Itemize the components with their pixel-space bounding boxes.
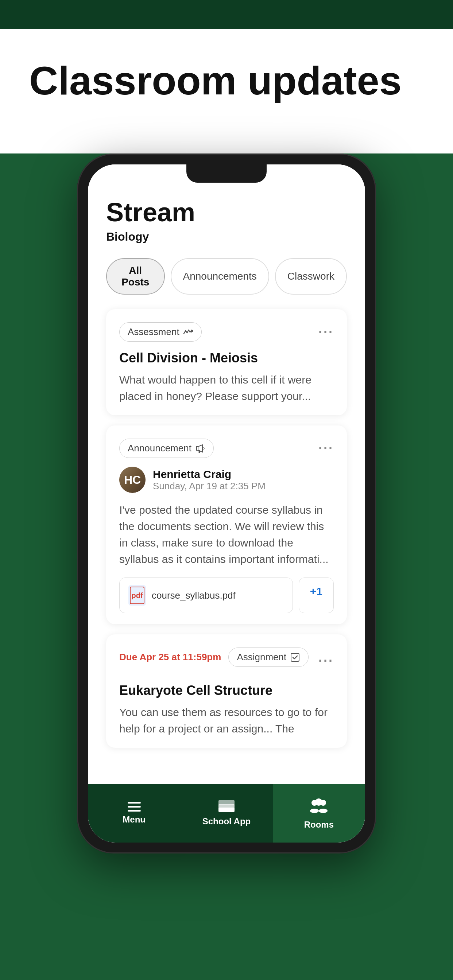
card2-body: I've posted the updated course syllabus … — [119, 502, 334, 567]
assignment-check-icon — [290, 652, 300, 662]
plus-one-button[interactable]: +1 — [299, 578, 334, 613]
tab-announcements[interactable]: Announcements — [171, 258, 269, 294]
card-announcement: Announcement ··· — [106, 425, 347, 624]
badge-assessment: Assessment — [119, 322, 202, 342]
pdf-icon: pdf — [128, 585, 146, 606]
card3-more-button[interactable]: ··· — [318, 653, 334, 669]
card-assessment: Assessment ··· Cell Division - Meiosis W… — [106, 309, 347, 415]
svg-point-8 — [319, 809, 327, 813]
tab-all-posts[interactable]: All Posts — [106, 258, 165, 294]
tab-classwork[interactable]: Classwork — [275, 258, 347, 294]
nav-school-label: School App — [203, 816, 250, 827]
author-name: Henrietta Craig — [153, 468, 266, 480]
card3-title: Eukaryote Cell Structure — [119, 683, 334, 698]
badge-assignment: Assignment — [228, 648, 309, 667]
screen-inner: Stream Biology All Posts Announcements C… — [88, 164, 365, 784]
bottom-nav: Menu School App — [88, 784, 365, 843]
phone-frame: Stream Biology All Posts Announcements C… — [77, 153, 376, 853]
megaphone-icon — [195, 444, 205, 453]
svg-point-6 — [315, 799, 322, 806]
school-app-icon — [219, 800, 234, 813]
header-section: Classroom updates — [0, 29, 453, 153]
announcement-label: Announcement — [128, 442, 191, 454]
menu-icon — [128, 802, 141, 811]
due-text: Due Apr 25 at 11:59pm — [119, 652, 221, 663]
stream-title: Stream — [106, 197, 347, 227]
card3-body: You can use them as resources to go to f… — [119, 704, 334, 737]
svg-point-2 — [203, 448, 204, 449]
assessment-icon — [183, 328, 193, 336]
nav-menu-label: Menu — [123, 815, 145, 825]
phone-notch — [187, 164, 266, 183]
svg-point-7 — [310, 809, 319, 813]
nav-rooms[interactable]: Rooms — [273, 784, 365, 843]
nav-rooms-label: Rooms — [304, 819, 334, 830]
assessment-label: Assessment — [128, 326, 179, 337]
phone-wrapper: Stream Biology All Posts Announcements C… — [0, 153, 453, 853]
tabs-row: All Posts Announcements Classwork — [106, 258, 347, 294]
nav-school-app[interactable]: School App — [180, 784, 273, 843]
badge-announcement: Announcement — [119, 439, 214, 458]
phone-screen: Stream Biology All Posts Announcements C… — [88, 164, 365, 843]
rooms-icon — [310, 797, 327, 817]
top-bar — [0, 0, 453, 29]
card-assignment: Due Apr 25 at 11:59pm Assignment ··· — [106, 635, 347, 748]
nav-menu[interactable]: Menu — [88, 784, 180, 843]
file-name: course_syllabus.pdf — [152, 590, 236, 601]
card2-more-button[interactable]: ··· — [318, 441, 334, 456]
stream-subtitle: Biology — [106, 230, 347, 243]
attachment-file[interactable]: pdf course_syllabus.pdf — [119, 578, 293, 613]
page-title: Classroom updates — [29, 58, 424, 102]
author-avatar: HC — [119, 467, 145, 493]
author-date: Sunday, Apr 19 at 2:35 PM — [153, 480, 266, 492]
card1-more-button[interactable]: ··· — [318, 325, 334, 340]
assignment-label: Assignment — [237, 652, 286, 663]
card1-body: What would happen to this cell if it wer… — [119, 372, 334, 404]
svg-rect-3 — [291, 653, 299, 661]
card1-title: Cell Division - Meiosis — [119, 350, 334, 366]
